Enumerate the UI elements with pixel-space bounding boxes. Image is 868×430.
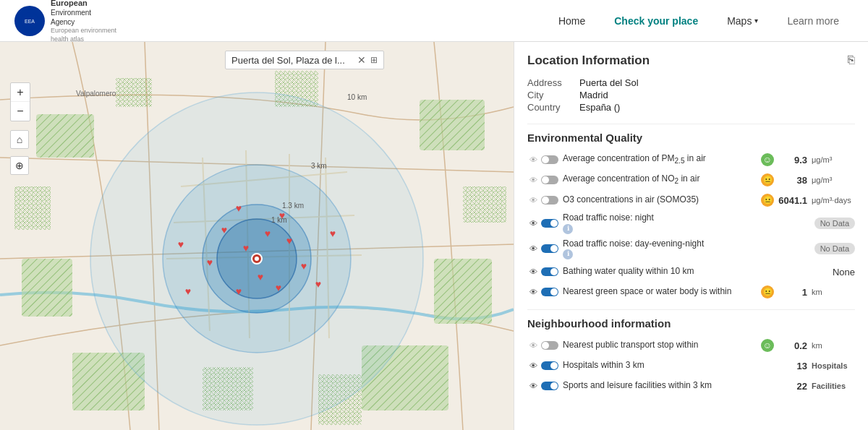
no2-smiley: 😐 [761, 173, 774, 186]
eye-visible-icon[interactable]: 👁 [527, 266, 539, 278]
map-area[interactable]: ♥ ♥ ♥ ♥ ♥ ♥ ♥ ♥ ♥ ♥ ♥ ♥ ♥ ♥ ♥ ♥ 10 km [0, 42, 514, 430]
zoom-out-button[interactable]: − [11, 102, 30, 121]
no2-label: Average concentration of NO2 in air [563, 173, 757, 186]
header: EEA European Environment Agency European… [0, 0, 868, 42]
search-location-text: Puerta del Sol, Plaza de l... [231, 55, 353, 66]
logo-text: European Environment Agency European env… [51, 0, 116, 43]
pm25-toggle[interactable] [541, 155, 558, 164]
no2-value: 38 [778, 175, 807, 186]
road-noise-den-row: 👁 Road traffic noise: day-evening-night … [527, 236, 855, 262]
eye-hidden-icon[interactable]: 👁 [527, 154, 539, 165]
hospitals-unit: Hospitals [812, 361, 855, 370]
hospitals-row: 👁 Hospitals within 3 km 13 Hospitals [527, 356, 855, 376]
green-space-value: 1 [778, 287, 807, 298]
nav-maps[interactable]: Maps ▾ [712, 0, 773, 42]
svg-text:1 km: 1 km [271, 216, 287, 224]
svg-point-54 [255, 257, 259, 261]
main-nav: Home Check your place Maps ▾ Learn more [544, 0, 854, 42]
location-info-table: Address Puerta del Sol City Madrid Count… [527, 77, 855, 113]
green-space-toggle[interactable] [541, 288, 558, 296]
svg-text:♥: ♥ [265, 228, 271, 239]
o3-label: O3 concentrations in air (SOMO35) [563, 194, 757, 206]
svg-text:♥: ♥ [185, 285, 191, 297]
svg-text:♥: ♥ [258, 271, 263, 283]
expand-icon[interactable]: ⊞ [370, 55, 378, 65]
no2-toggle[interactable] [541, 176, 558, 184]
eye-visible-icon[interactable]: 👁 [527, 380, 539, 392]
road-noise-night-row: 👁 Road traffic noise: night ℹ No Data [527, 210, 855, 236]
road-noise-den-toggle[interactable] [541, 244, 558, 253]
svg-rect-15 [420, 100, 485, 150]
eye-hidden-icon[interactable]: 👁 [527, 194, 539, 206]
bathing-water-toggle[interactable] [541, 267, 558, 276]
pm25-row: 👁 Average concentration of PM2.5 in air … [527, 150, 855, 170]
pm25-icons: 👁 [527, 154, 558, 165]
sports-toggle[interactable] [541, 382, 558, 390]
svg-text:Valpalomero: Valpalomero [76, 90, 116, 98]
nav-maps-label: Maps [727, 15, 752, 27]
country-value: España () [579, 101, 855, 113]
svg-text:10 km: 10 km [347, 93, 367, 101]
city-label: City [527, 89, 579, 101]
svg-text:♥: ♥ [286, 235, 292, 246]
close-icon[interactable]: ✕ [357, 54, 366, 66]
bathing-water-icons: 👁 [527, 266, 558, 278]
svg-rect-20 [116, 78, 152, 107]
zoom-in-button[interactable]: + [11, 83, 30, 102]
green-space-smiley: 😐 [761, 285, 774, 298]
nav-learn-more[interactable]: Learn more [773, 0, 854, 42]
o3-toggle[interactable] [541, 196, 558, 205]
pm25-smiley: ☺ [761, 153, 774, 166]
road-noise-night-toggle[interactable] [541, 219, 558, 228]
svg-text:EEA: EEA [25, 19, 35, 24]
location-info-title: Location Information [527, 53, 650, 68]
road-noise-den-nodata: No Data [814, 243, 855, 254]
svg-rect-22 [463, 186, 506, 223]
svg-text:♥: ♥ [301, 260, 307, 272]
eye-visible-icon[interactable]: 👁 [527, 286, 539, 298]
hospitals-toggle[interactable] [541, 361, 558, 370]
map-search-bar[interactable]: Puerta del Sol, Plaza de l... ✕ ⊞ [225, 51, 384, 69]
sports-label: Sports and leisure facilities within 3 k… [563, 380, 774, 392]
svg-text:♥: ♥ [315, 278, 321, 290]
share-icon[interactable]: ⎘ [848, 53, 855, 66]
nav-check-your-place[interactable]: Check your place [600, 0, 712, 42]
transport-icons: 👁 [527, 340, 558, 351]
eye-visible-icon[interactable]: 👁 [527, 243, 539, 254]
locate-button[interactable]: ⊕ [10, 156, 29, 175]
sports-icons: 👁 [527, 380, 558, 392]
transport-toggle[interactable] [541, 341, 558, 350]
main-content: ♥ ♥ ♥ ♥ ♥ ♥ ♥ ♥ ♥ ♥ ♥ ♥ ♥ ♥ ♥ ♥ 10 km [0, 42, 868, 430]
eye-hidden-icon[interactable]: 👁 [527, 174, 539, 186]
svg-rect-17 [434, 259, 492, 324]
country-label: Country [527, 101, 579, 113]
bathing-water-value: None [826, 267, 855, 278]
sports-row: 👁 Sports and leisure facilities within 3… [527, 376, 855, 396]
address-row: Address Puerta del Sol [527, 77, 855, 89]
transport-label: Nearest public transport stop within [563, 340, 757, 351]
location-info-header: Location Information ⎘ [527, 53, 855, 68]
svg-text:3 km: 3 km [311, 162, 327, 170]
eye-hidden-icon[interactable]: 👁 [527, 340, 539, 351]
map-svg: ♥ ♥ ♥ ♥ ♥ ♥ ♥ ♥ ♥ ♥ ♥ ♥ ♥ ♥ ♥ ♥ 10 km [0, 42, 514, 430]
nav-home[interactable]: Home [544, 0, 600, 42]
eye-visible-icon[interactable]: 👁 [527, 218, 539, 229]
sports-value: 22 [778, 381, 807, 392]
logo-subtitle: European environmenthealth atlas [51, 27, 116, 43]
transport-value: 0.2 [778, 340, 807, 351]
o3-icons: 👁 [527, 194, 558, 206]
transport-unit: km [812, 341, 855, 350]
bathing-water-label: Bathing water quality within 10 km [563, 266, 822, 278]
transport-smiley: ☺ [761, 339, 774, 352]
hospitals-icons: 👁 [527, 360, 558, 371]
svg-text:♥: ♥ [207, 257, 213, 268]
svg-text:♥: ♥ [243, 242, 249, 254]
svg-text:1.3 km: 1.3 km [282, 202, 304, 210]
city-row: City Madrid [527, 89, 855, 101]
info-icon: ℹ [563, 249, 573, 259]
zoom-controls[interactable]: + − [10, 82, 30, 121]
home-map-button[interactable]: ⌂ [10, 130, 29, 149]
eye-visible-icon[interactable]: 👁 [527, 360, 539, 371]
city-value: Madrid [579, 89, 855, 101]
green-space-icons: 👁 [527, 286, 558, 298]
